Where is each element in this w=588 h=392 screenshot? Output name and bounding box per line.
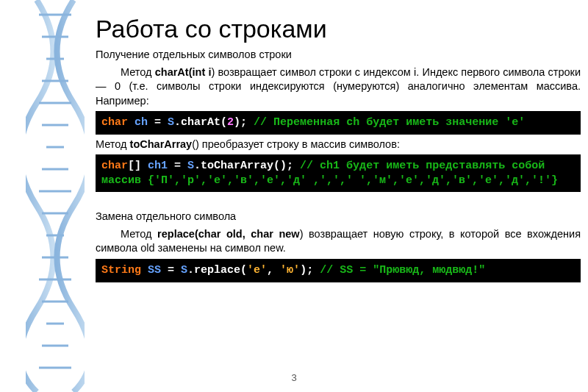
code-block-3: String SS = S.replace('е', 'ю'); // SS =… bbox=[96, 259, 581, 282]
dna-decoration bbox=[26, 0, 85, 392]
slide-content: Работа со строками Получение отдельных с… bbox=[96, 15, 581, 285]
page-title: Работа со строками bbox=[96, 15, 581, 43]
code-block-2: char[] ch1 = S.toCharArray(); // ch1 буд… bbox=[96, 154, 581, 192]
code-block-1: char ch = S.charAt(2); // Переменная ch … bbox=[96, 111, 581, 135]
section3-body: Метод replace(char old, char new) возвра… bbox=[96, 227, 581, 256]
section1-body: Метод charAt(int i) возвращает символ ст… bbox=[96, 65, 581, 109]
page-number: 3 bbox=[291, 372, 296, 383]
section3-heading: Замена отдельного символа bbox=[96, 210, 581, 224]
section1-heading: Получение отдельных символов строки bbox=[96, 48, 581, 63]
section2-body: Метод toCharArray() преобразует строку в… bbox=[96, 138, 581, 152]
